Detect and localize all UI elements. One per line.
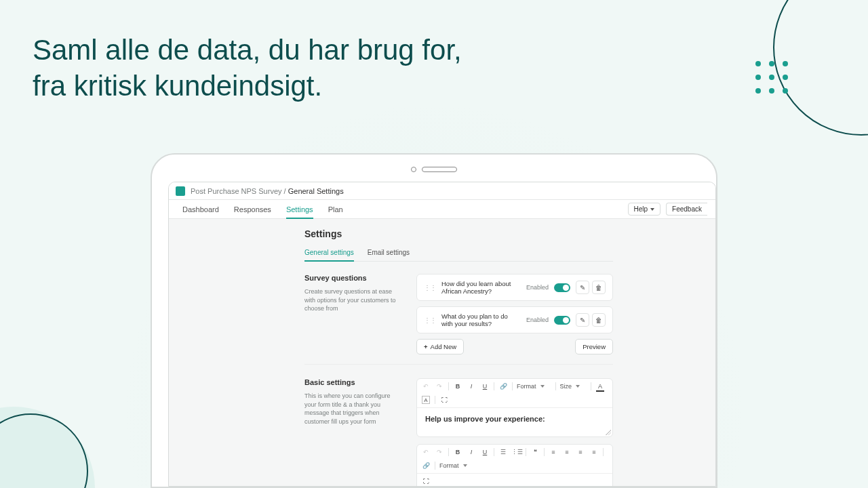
bold-icon[interactable]: B <box>453 382 462 391</box>
underline-icon[interactable]: U <box>480 382 490 391</box>
tab-email-settings[interactable]: Email settings <box>368 249 410 261</box>
link-icon[interactable]: 🔗 <box>498 382 508 391</box>
expand-icon[interactable]: ⛶ <box>439 395 449 405</box>
drag-handle-icon[interactable]: ⋮⋮ <box>424 317 436 324</box>
underline-icon[interactable]: U <box>480 447 490 457</box>
drag-handle-icon[interactable]: ⋮⋮ <box>424 284 436 291</box>
survey-questions-section: Survey questions Create survey questions… <box>304 274 613 365</box>
delete-button[interactable]: 🗑 <box>592 313 606 327</box>
nav-bar: Dashboard Responses Settings Plan Help F… <box>169 200 715 219</box>
format-select[interactable]: Format <box>517 383 551 390</box>
question-text: How did you learn about African Ancestry… <box>441 280 521 295</box>
tab-general-settings[interactable]: General settings <box>304 249 354 262</box>
breadcrumb: Post Purchase NPS Survey / General Setti… <box>191 187 344 195</box>
quote-icon[interactable]: ❝ <box>530 447 540 457</box>
nav-plan[interactable]: Plan <box>328 205 343 214</box>
chevron-down-icon <box>650 208 654 211</box>
delete-button[interactable]: 🗑 <box>592 281 606 294</box>
question-text: What do you plan to do with your results… <box>441 312 521 327</box>
thankyou-editor: ↶ ↷ B I U ☰ ⋮☰ ❝ ≡ <box>416 444 613 487</box>
page-title: Settings <box>304 228 715 239</box>
resize-grip-icon[interactable] <box>606 430 611 435</box>
nav-responses[interactable]: Responses <box>234 205 271 214</box>
link-icon[interactable]: 🔗 <box>421 461 431 470</box>
trash-icon: 🗑 <box>595 284 602 291</box>
redo-icon[interactable]: ↷ <box>435 447 444 457</box>
basic-section-desc: This is where you can configure your for… <box>304 392 403 426</box>
editor-content[interactable]: Help us improve your experience: <box>417 408 612 436</box>
breadcrumb-current: General Settings <box>288 187 344 195</box>
headline-line-2: fra kritisk kundeindsigt. <box>33 68 462 104</box>
content-area: Settings General settings Email settings… <box>169 219 715 487</box>
pencil-icon: ✎ <box>580 317 585 324</box>
help-dropdown[interactable]: Help <box>628 203 661 216</box>
basic-settings-section: Basic settings This is where you can con… <box>304 378 613 487</box>
preview-button[interactable]: Preview <box>575 339 613 354</box>
ordered-list-icon[interactable]: ☰ <box>498 447 508 457</box>
survey-section-title: Survey questions <box>304 274 403 282</box>
tablet-frame: Post Purchase NPS Survey / General Setti… <box>151 153 717 488</box>
marketing-headline: Saml alle de data, du har brug for, fra … <box>33 33 462 104</box>
editor-toolbar: ↶ ↷ B I U 🔗 Format Size <box>417 379 612 408</box>
align-left-icon[interactable]: ≡ <box>549 447 558 457</box>
question-status: Enabled <box>526 317 549 323</box>
italic-icon[interactable]: I <box>467 382 476 391</box>
italic-icon[interactable]: I <box>467 447 476 457</box>
expand-icon[interactable]: ⛶ <box>421 476 431 486</box>
editor-toolbar-row2: ⛶ <box>417 474 612 487</box>
plus-icon: + <box>424 343 428 350</box>
align-right-icon[interactable]: ≡ <box>576 447 585 457</box>
survey-section-desc: Create survey questions at ease with opt… <box>304 287 403 313</box>
decorative-ring-bottom-left <box>0 413 88 488</box>
undo-icon[interactable]: ↶ <box>421 447 431 457</box>
question-card: ⋮⋮ How did you learn about African Ances… <box>416 274 613 301</box>
bold-icon[interactable]: B <box>453 447 462 457</box>
enable-toggle[interactable] <box>554 316 570 325</box>
pencil-icon: ✎ <box>580 284 585 291</box>
decorative-dot-grid <box>755 61 788 94</box>
text-color-icon[interactable]: A <box>595 382 605 391</box>
align-justify-icon[interactable]: ≡ <box>589 447 599 457</box>
enable-toggle[interactable] <box>554 283 570 292</box>
bg-color-icon[interactable]: A <box>421 395 431 405</box>
add-new-button[interactable]: + Add New <box>416 339 464 354</box>
sub-tabs: General settings Email settings <box>304 249 613 262</box>
undo-icon[interactable]: ↶ <box>421 382 431 391</box>
headline-line-1: Saml alle de data, du har brug for, <box>33 33 462 68</box>
app-window: Post Purchase NPS Survey / General Setti… <box>168 182 716 487</box>
breadcrumb-app[interactable]: Post Purchase NPS Survey <box>191 187 282 195</box>
nav-settings[interactable]: Settings <box>286 205 313 214</box>
edit-button[interactable]: ✎ <box>576 281 589 294</box>
top-bar: Post Purchase NPS Survey / General Setti… <box>169 182 715 200</box>
question-status: Enabled <box>526 284 549 291</box>
redo-icon[interactable]: ↷ <box>435 382 444 391</box>
edit-button[interactable]: ✎ <box>576 313 589 327</box>
title-editor: ↶ ↷ B I U 🔗 Format Size <box>416 378 613 437</box>
nav-dashboard[interactable]: Dashboard <box>182 205 219 214</box>
align-center-icon[interactable]: ≡ <box>562 447 572 457</box>
format-select[interactable]: Format <box>439 462 474 469</box>
app-logo-icon <box>176 186 185 196</box>
question-card: ⋮⋮ What do you plan to do with your resu… <box>416 306 613 333</box>
feedback-button[interactable]: Feedback <box>666 203 707 216</box>
basic-section-title: Basic settings <box>304 378 403 386</box>
unordered-list-icon[interactable]: ⋮☰ <box>512 447 521 457</box>
trash-icon: 🗑 <box>595 317 602 324</box>
editor-toolbar: ↶ ↷ B I U ☰ ⋮☰ ❝ ≡ <box>417 445 612 474</box>
size-select[interactable]: Size <box>560 383 587 390</box>
tablet-camera <box>411 167 457 172</box>
